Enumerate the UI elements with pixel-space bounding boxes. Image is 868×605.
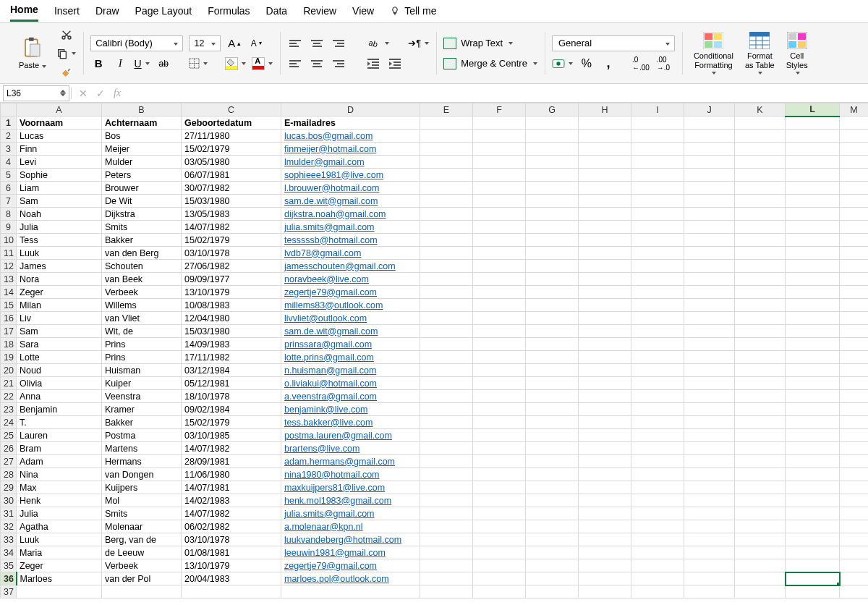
email-link[interactable]: adam.hermans@gmail.com xyxy=(284,457,395,467)
cell[interactable] xyxy=(631,221,684,234)
cell[interactable] xyxy=(420,390,473,403)
cell[interactable] xyxy=(579,377,631,390)
cell[interactable] xyxy=(579,546,631,559)
cell[interactable] xyxy=(786,481,840,494)
cell[interactable] xyxy=(579,221,631,234)
cell[interactable] xyxy=(735,260,786,273)
cell[interactable]: Schouten xyxy=(102,260,182,273)
cell[interactable]: sophieee1981@live.com xyxy=(281,169,420,182)
email-link[interactable]: noravbeek@live.com xyxy=(284,274,369,284)
cell[interactable] xyxy=(579,494,631,507)
cell[interactable]: millems83@outlook.com xyxy=(281,299,420,312)
cell[interactable] xyxy=(840,377,869,390)
cell[interactable] xyxy=(684,533,735,546)
cell[interactable] xyxy=(735,429,786,442)
cell[interactable] xyxy=(420,468,473,481)
cell[interactable] xyxy=(840,429,869,442)
cell[interactable]: Willems xyxy=(102,299,182,312)
cell[interactable] xyxy=(473,273,526,286)
row-header[interactable]: 26 xyxy=(1,442,17,455)
cell[interactable] xyxy=(786,572,840,585)
email-link[interactable]: sam.de.wit@gmail.com xyxy=(284,196,378,206)
cell[interactable] xyxy=(684,442,735,455)
cell[interactable]: Liam xyxy=(17,182,102,195)
cell[interactable]: Sam xyxy=(17,195,102,208)
cell[interactable] xyxy=(102,585,182,598)
cell[interactable] xyxy=(420,546,473,559)
row-header[interactable]: 36 xyxy=(1,572,17,585)
cell[interactable]: henk.mol1983@gmail.com xyxy=(281,494,420,507)
cell[interactable] xyxy=(526,377,579,390)
cell[interactable] xyxy=(786,208,840,221)
cell[interactable] xyxy=(840,416,869,429)
comma-button[interactable]: , xyxy=(600,56,616,72)
cell[interactable] xyxy=(840,585,869,598)
cell[interactable] xyxy=(631,364,684,377)
cell[interactable] xyxy=(786,325,840,338)
cell[interactable] xyxy=(631,494,684,507)
cell[interactable] xyxy=(579,559,631,572)
accounting-format-button[interactable] xyxy=(552,56,573,72)
cell[interactable] xyxy=(420,299,473,312)
font-color-button[interactable] xyxy=(252,56,273,72)
copy-button[interactable] xyxy=(56,46,76,62)
cell[interactable]: n.huisman@gmail.com xyxy=(281,364,420,377)
cell[interactable] xyxy=(631,286,684,299)
cell[interactable] xyxy=(526,195,579,208)
row-header[interactable]: 8 xyxy=(1,208,17,221)
cell[interactable] xyxy=(840,403,869,416)
cell[interactable] xyxy=(786,377,840,390)
cell[interactable] xyxy=(786,195,840,208)
cell[interactable]: Nora xyxy=(17,273,102,286)
cell[interactable] xyxy=(631,416,684,429)
cell[interactable]: 13/10/1979 xyxy=(182,286,281,299)
cell[interactable] xyxy=(786,169,840,182)
cell[interactable] xyxy=(579,325,631,338)
cell[interactable] xyxy=(735,338,786,351)
cell[interactable] xyxy=(420,416,473,429)
cell[interactable] xyxy=(840,338,869,351)
cell[interactable] xyxy=(840,234,869,247)
cell[interactable]: Meijer xyxy=(102,143,182,156)
cell[interactable] xyxy=(473,169,526,182)
cell[interactable] xyxy=(684,182,735,195)
cell[interactable] xyxy=(473,221,526,234)
cell[interactable]: Lauren xyxy=(17,429,102,442)
decrease-font-button[interactable]: A▾ xyxy=(248,35,264,51)
cell[interactable]: Brouwer xyxy=(102,182,182,195)
cell[interactable] xyxy=(420,572,473,585)
cell[interactable] xyxy=(579,455,631,468)
cell[interactable] xyxy=(735,481,786,494)
email-link[interactable]: julia.smits@gmail.com xyxy=(284,222,375,232)
email-link[interactable]: marloes.pol@outlook.com xyxy=(284,574,389,584)
cell[interactable]: Benjamin xyxy=(17,403,102,416)
cell[interactable]: Kuijpers xyxy=(102,481,182,494)
cell[interactable] xyxy=(735,364,786,377)
cell[interactable] xyxy=(473,247,526,260)
cell[interactable] xyxy=(420,338,473,351)
cell[interactable] xyxy=(840,260,869,273)
cell[interactable] xyxy=(579,585,631,598)
cell[interactable] xyxy=(735,312,786,325)
cell[interactable] xyxy=(420,273,473,286)
cell[interactable]: Peters xyxy=(102,169,182,182)
cell[interactable]: Bakker xyxy=(102,416,182,429)
cell[interactable] xyxy=(420,442,473,455)
cell[interactable] xyxy=(684,494,735,507)
email-link[interactable]: livvliet@outlook.com xyxy=(284,313,367,323)
tab-page-layout[interactable]: Page Layout xyxy=(135,2,192,21)
fx-icon[interactable]: fx xyxy=(114,88,121,99)
cell[interactable] xyxy=(631,325,684,338)
cell[interactable] xyxy=(735,546,786,559)
cell[interactable] xyxy=(735,416,786,429)
cell[interactable]: Dijkstra xyxy=(102,208,182,221)
cell[interactable] xyxy=(786,338,840,351)
cell[interactable] xyxy=(526,429,579,442)
row-header[interactable]: 13 xyxy=(1,273,17,286)
cell[interactable]: Smits xyxy=(102,221,182,234)
cell[interactable]: tess.bakker@live.com xyxy=(281,416,420,429)
cell[interactable] xyxy=(735,208,786,221)
cell[interactable] xyxy=(735,247,786,260)
email-link[interactable]: a.veenstra@gmail.com xyxy=(284,392,377,402)
row-header[interactable]: 12 xyxy=(1,260,17,273)
